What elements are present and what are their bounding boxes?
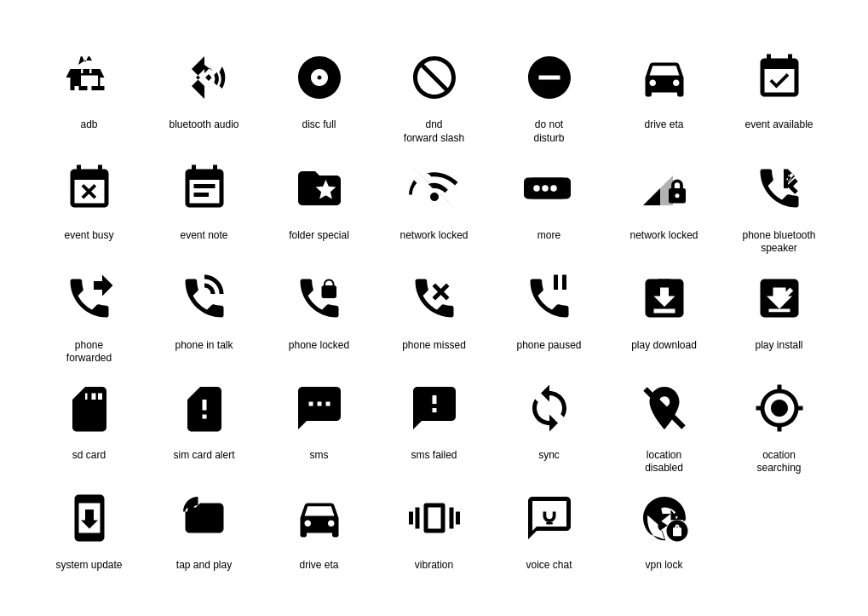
icon-item-drive-eta-2: drive eta (264, 484, 375, 573)
icon-item-location-searching: ocationsearching (724, 374, 835, 475)
sms-icon (285, 374, 354, 442)
play-install-icon (745, 264, 813, 332)
icon-item-do-not-disturb: do notdisturb (494, 43, 605, 145)
icon-item-drive-eta: drive eta (609, 43, 720, 145)
svg-rect-11 (653, 308, 675, 313)
do-not-disturb-label: do notdisturb (533, 118, 564, 145)
sim-card-alert-label: sim card alert (173, 449, 234, 463)
drive-eta-label: drive eta (644, 118, 683, 132)
sms-failed-icon (400, 374, 468, 442)
sms-label: sms (310, 449, 329, 463)
network-locked-label: network locked (629, 229, 698, 243)
vibration-icon (400, 484, 468, 552)
bluetooth-audio-label: bluetooth audio (169, 118, 239, 132)
icon-item-phone-forwarded: phoneforwarded (34, 264, 145, 366)
svg-point-9 (675, 193, 679, 198)
icon-item-more: more (494, 154, 605, 256)
sim-card-alert-icon (170, 374, 239, 442)
phone-in-talk-label: phone in talk (175, 339, 233, 353)
location-disabled-label: locationdisabled (645, 449, 683, 475)
play-download-label: play download (631, 339, 697, 353)
event-note-icon (170, 154, 239, 222)
phone-bluetooth-speaker-label: phone bluetooth speaker (724, 229, 835, 256)
system-update-icon (55, 484, 124, 552)
do-not-disturb-icon (515, 43, 583, 112)
icon-item-network-locked: network locked (609, 154, 720, 256)
icon-item-play-download: play download (609, 264, 720, 366)
disc-full-label: disc full (302, 118, 336, 132)
icon-item-disc-full: disc full (264, 43, 375, 145)
event-available-label: event available (744, 118, 813, 132)
vibration-label: vibration (415, 559, 453, 573)
sd-card-icon (55, 374, 124, 442)
phone-paused-icon (515, 264, 583, 332)
phone-bluetooth-speaker-icon (745, 154, 813, 222)
icon-item-sd-card: sd card (34, 374, 145, 475)
icon-item-sync: sync (494, 374, 605, 475)
vpn-lock-label: vpn lock (645, 559, 682, 573)
icon-item-folder-special: folder special (264, 154, 375, 256)
drive-eta-icon (630, 43, 698, 112)
more-label: more (537, 229, 560, 243)
sms-failed-label: sms failed (411, 449, 457, 463)
dnd-forward-slash-label: dndforward slash (404, 118, 464, 145)
play-install-label: play install (755, 339, 802, 353)
phone-forwarded-label: phoneforwarded (66, 339, 112, 366)
svg-marker-7 (643, 176, 673, 205)
sync-label: sync (538, 449, 560, 463)
icon-item-phone-bluetooth-speaker: phone bluetooth speaker (724, 154, 835, 256)
voice-chat-label: voice chat (526, 559, 572, 573)
icon-item-tap-and-play: tap and play (149, 484, 260, 573)
dnd-forward-slash-icon (400, 43, 468, 112)
icon-item-network-locked-img: network locked (379, 154, 490, 256)
event-note-label: event note (180, 229, 227, 243)
icon-item-phone-missed: phone missed (379, 264, 490, 366)
vpn-lock-icon (630, 484, 698, 552)
phone-locked-label: phone locked (289, 339, 349, 353)
icon-item-voice-chat: voice chat (494, 484, 605, 573)
sd-card-label: sd card (72, 449, 106, 463)
icon-item-sms-failed: sms failed (379, 374, 490, 475)
icon-item-event-note: event note (149, 154, 260, 256)
tap-and-play-label: tap and play (176, 559, 232, 573)
bluetooth-audio-icon (170, 43, 239, 112)
icon-item-vibration: vibration (379, 484, 490, 573)
drive-eta-2-icon (285, 484, 354, 552)
system-update-label: system update (55, 559, 122, 573)
sync-icon (515, 374, 583, 442)
svg-point-1 (533, 185, 540, 192)
location-searching-label: ocationsearching (756, 449, 801, 475)
voice-chat-icon (515, 484, 583, 552)
phone-missed-icon (400, 264, 468, 332)
folder-special-label: folder special (289, 229, 349, 243)
icon-item-adb: adb (34, 43, 145, 145)
icon-item-bluetooth-audio: bluetooth audio (149, 43, 260, 145)
icon-item-phone-paused: phone paused (494, 264, 605, 366)
event-busy-label: event busy (64, 229, 113, 243)
play-download-icon (630, 264, 698, 332)
drive-eta-2-label: drive eta (299, 559, 338, 573)
icon-item-sms: sms (264, 374, 375, 475)
disc-full-icon (285, 43, 354, 112)
phone-forwarded-icon (55, 264, 124, 332)
icon-item-phone-locked: phone locked (264, 264, 375, 366)
svg-point-2 (542, 185, 549, 192)
icon-item-vpn-lock: vpn lock (609, 484, 720, 573)
icon-item-location-disabled: locationdisabled (609, 374, 720, 475)
icon-item-play-install: play install (724, 264, 835, 366)
icon-item-event-busy: event busy (34, 154, 145, 256)
location-searching-icon (745, 374, 813, 442)
phone-in-talk-icon (170, 264, 239, 332)
adb-icon (55, 43, 124, 112)
phone-missed-label: phone missed (402, 339, 466, 353)
network-locked-icon (630, 154, 698, 222)
network-locked-img-label: network locked (400, 229, 468, 243)
tap-and-play-icon (170, 484, 239, 552)
location-disabled-icon (630, 374, 698, 442)
folder-special-icon (285, 154, 354, 222)
icon-item-sim-card-alert: sim card alert (149, 374, 260, 475)
icon-grid: adb bluetooth audio disc full dndforward… (17, 18, 852, 597)
phone-locked-icon (285, 264, 354, 332)
event-busy-icon (55, 154, 124, 222)
event-available-icon (745, 43, 813, 112)
